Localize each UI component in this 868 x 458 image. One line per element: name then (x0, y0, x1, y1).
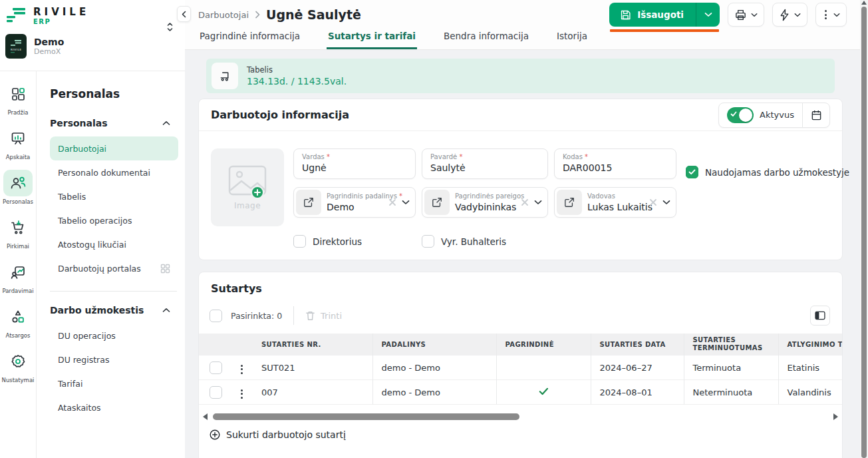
active-toggle[interactable]: Aktyvus (719, 103, 802, 127)
module-rail: Pradžia Apskaita (0, 71, 37, 458)
pareigos-select[interactable]: Pagrindinės pareigos Vadybininkas (422, 187, 548, 218)
clear-icon[interactable] (521, 198, 529, 206)
sidebar-item-darbuotoju-portalas[interactable]: Darbuotojų portalas (50, 256, 178, 280)
company-avatar: RIVILE (5, 34, 27, 59)
vertical-scrollbar[interactable] (860, 0, 868, 458)
toggle-switch[interactable] (727, 107, 754, 123)
rail-item-atsargos[interactable]: Atsargos (1, 304, 35, 347)
scroll-left-icon[interactable] (203, 413, 208, 420)
save-icon (620, 9, 631, 21)
col-atlyginimo-tipas[interactable]: ATLYGINIMO TIPAS (778, 334, 842, 355)
external-link-icon[interactable] (557, 190, 582, 215)
trash-icon (305, 310, 315, 321)
row-menu-icon[interactable] (238, 387, 245, 401)
add-photo-icon[interactable] (251, 186, 264, 199)
sidebar-item-tabelio-operacijos[interactable]: Tabelio operacijos (50, 208, 178, 232)
chevron-right-icon (255, 11, 260, 19)
select-all-checkbox[interactable] (210, 310, 222, 322)
delete-button[interactable]: Trinti (305, 310, 342, 321)
date-picker-button[interactable] (803, 103, 829, 127)
tab-pagrindine-informacija[interactable]: Pagrindinė informacija (198, 29, 301, 49)
chevron-down-icon[interactable] (402, 200, 410, 205)
section-darbo-uzmokestis[interactable]: Darbo užmokestis (50, 301, 178, 320)
sidebar-item-personalo-dokumentai[interactable]: Personalo dokumentai (50, 160, 178, 184)
pagrindine-cell (496, 380, 591, 405)
sidebar-item-tarifai[interactable]: Tarifai (50, 371, 178, 395)
sidebar-collapse-button[interactable] (177, 6, 191, 22)
table-row[interactable]: SUT021 demo - Demo 2024–06–27 Terminuota… (199, 355, 842, 380)
horizontal-scrollbar[interactable] (203, 413, 838, 421)
employee-photo-upload[interactable]: Image (211, 148, 284, 226)
chevron-down-icon[interactable] (662, 200, 670, 205)
scroll-up-icon[interactable] (861, 1, 867, 5)
naudojamas-checkbox[interactable]: Naudojamas darbo užmokestyje (686, 157, 849, 178)
topbar: Darbuotojai Ugnė Saulytė (185, 0, 868, 50)
save-button[interactable]: Išsaugoti (609, 3, 720, 27)
brand-logo[interactable]: RIVILE ERP (5, 7, 178, 26)
vardas-field[interactable]: Vardas Ugnė (293, 148, 416, 179)
row-checkbox[interactable] (210, 386, 222, 399)
pavarde-field[interactable]: Pavardė Saulytė (422, 148, 548, 179)
col-sutarties-nr[interactable]: SUTARTIES NR. (253, 334, 372, 355)
breadcrumb[interactable]: Darbuotojai (198, 10, 249, 20)
section-personalas[interactable]: Personalas (50, 114, 178, 132)
clear-icon[interactable] (649, 198, 657, 206)
direktorius-checkbox[interactable]: Direktorius (293, 235, 416, 248)
external-link-icon[interactable] (296, 190, 321, 215)
scroll-right-icon[interactable] (833, 413, 838, 420)
save-dropdown-button[interactable] (696, 12, 720, 17)
vyr-buhalteris-checkbox[interactable]: Vyr. Buhalteris (422, 235, 548, 248)
rail-item-apskaita[interactable]: Apskaita (1, 125, 35, 169)
chevron-down-icon (794, 13, 801, 17)
rail-item-pirkimai[interactable]: Pirkimai (1, 214, 35, 258)
company-selector[interactable]: RIVILE Demo DemoX (5, 34, 178, 59)
scrollbar-thumb[interactable] (861, 7, 867, 458)
tab-sutartys-ir-tarifai[interactable]: Sutartys ir tarifai (327, 29, 417, 49)
external-link-icon[interactable] (424, 190, 450, 215)
col-terminuotumas[interactable]: SUTARTIES TERMINUOTUMAS (684, 334, 778, 355)
employee-info-card: Darbuotojo informacija Aktyvus (198, 99, 843, 260)
rail-item-personalas[interactable]: Personalas (1, 170, 35, 214)
sidebar-item-ataskaitos[interactable]: Ataskaitos (50, 395, 178, 419)
banner-title: Tabelis (247, 65, 347, 75)
tab-istorija[interactable]: Istorija (555, 29, 589, 49)
grid-icon (160, 264, 170, 274)
sidebar-item-du-operacijos[interactable]: DU operacijos (50, 324, 178, 347)
banner-value: 134.13d. / 1143.5val. (247, 75, 347, 87)
rail-item-pradzia[interactable]: Pradžia (1, 81, 35, 124)
create-contract-button[interactable]: Sukurti darbuotojo sutartį (199, 421, 842, 449)
sidebar-item-du-registras[interactable]: DU registras (50, 347, 178, 371)
padalinys-select[interactable]: Pagrindinis padalinys Demo (293, 187, 416, 218)
more-menu-button[interactable] (815, 3, 847, 27)
row-menu-icon[interactable] (238, 362, 245, 377)
print-button[interactable] (728, 3, 764, 27)
column-settings-button[interactable] (810, 306, 830, 326)
rail-item-nustatymai[interactable]: Nustatymai (1, 348, 35, 392)
col-sutarties-data[interactable]: SUTARTIES DATA (591, 334, 684, 355)
checkbox-checked[interactable] (686, 166, 698, 178)
col-padalinys[interactable]: PADALINYS (372, 334, 496, 355)
tabelis-banner[interactable]: Tabelis 134.13d. / 1143.5val. (206, 59, 835, 93)
sidebar-item-tabelis[interactable]: Tabelis (50, 184, 178, 208)
main-contract-check-icon (539, 387, 549, 395)
quick-actions-button[interactable] (772, 3, 807, 27)
vadovas-select[interactable]: Vadovas Lukas Lukaitis (554, 187, 676, 218)
sidebar-item-darbuotojai[interactable]: Darbuotojai (50, 136, 178, 160)
scrollbar-thumb[interactable] (213, 413, 519, 420)
row-checkbox[interactable] (210, 361, 222, 374)
sidebar-divider (50, 291, 177, 292)
sidebar-item-atostogu-likuciai[interactable]: Atostogų likučiai (50, 232, 178, 256)
col-pagrindine[interactable]: PAGRINDINĖ (496, 334, 591, 355)
company-unfold-icon[interactable] (166, 21, 174, 33)
checkbox-unchecked[interactable] (422, 235, 434, 248)
chevron-down-icon[interactable] (534, 200, 542, 205)
clear-icon[interactable] (388, 198, 396, 206)
kodas-field[interactable]: Kodas DAR00015 (554, 148, 676, 179)
header-actions: Išsaugoti (609, 3, 847, 27)
checkbox-unchecked[interactable] (293, 235, 306, 248)
table-row[interactable]: 007 demo - Demo 2024–08–01 Neterminuota … (199, 380, 842, 405)
tab-bendra-informacija[interactable]: Bendra informacija (442, 29, 530, 49)
rail-item-pardavimai[interactable]: Pardavimai (1, 259, 35, 303)
sidebar: RIVILE ERP RIVILE Demo DemoX (0, 0, 185, 458)
lightning-icon (779, 9, 790, 21)
